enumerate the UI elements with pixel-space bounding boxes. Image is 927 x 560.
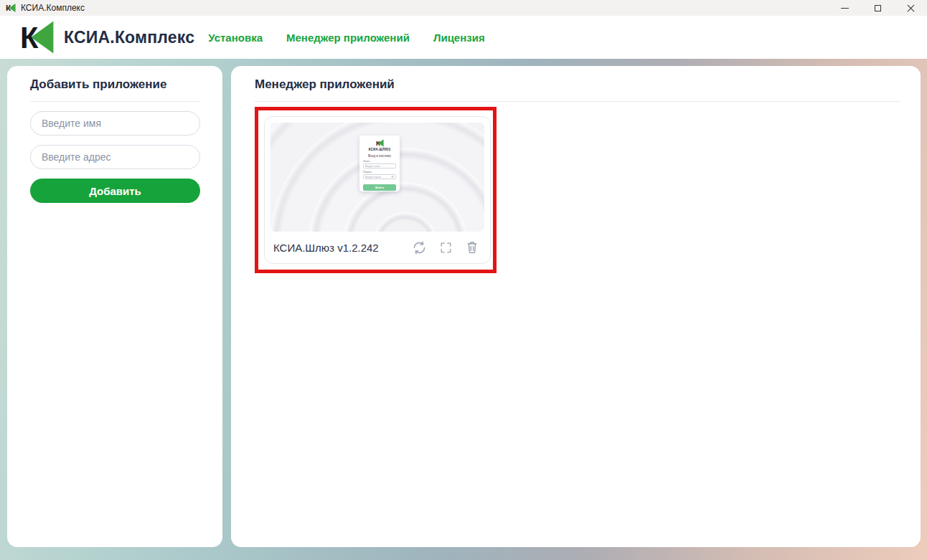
thumbnail-login-label: Логин: [363, 160, 370, 163]
svg-text:К: К: [6, 3, 11, 12]
refresh-button[interactable]: [411, 239, 427, 255]
app-window-icon: К: [6, 3, 16, 13]
sidebar-title: Добавить приложение: [30, 77, 207, 92]
expand-button[interactable]: [438, 239, 453, 255]
app-card-footer: КСИА.Шлюз v1.2.242: [270, 232, 484, 263]
add-button[interactable]: Добавить: [30, 179, 200, 203]
thumbnail-password-label: Пароль: [363, 171, 372, 174]
main-title: Менеджер приложений: [255, 77, 900, 92]
minimize-button[interactable]: [828, 0, 861, 16]
address-input[interactable]: [30, 145, 200, 169]
window-titlebar: К КСИА.Комплекс: [0, 0, 927, 16]
app-card[interactable]: К КСИА.ШЛЮЗ Вход в систему Логин Введите…: [264, 116, 491, 264]
nav-app-manager[interactable]: Менеджер приложений: [286, 32, 410, 44]
minimize-icon: [841, 8, 849, 9]
app-manager-panel: Менеджер приложений К КСИА.ШЛЮЗ Вход в с…: [231, 66, 921, 547]
sidebar-divider: [30, 101, 200, 102]
svg-text:К: К: [376, 139, 380, 147]
delete-icon: [465, 240, 479, 255]
thumbnail-login-button: Войти: [363, 184, 396, 191]
brand-logo-icon: К: [19, 20, 55, 54]
eye-icon: 👁: [391, 175, 394, 179]
main-nav: Установка Менеджер приложений Лицензия: [208, 32, 484, 44]
window-title: КСИА.Комплекс: [21, 3, 85, 13]
selection-highlight-rectangle: К КСИА.ШЛЮЗ Вход в систему Логин Введите…: [255, 107, 497, 273]
svg-text:К: К: [20, 21, 39, 54]
brand-name: КСИА.Комплекс: [64, 28, 194, 47]
nav-install[interactable]: Установка: [208, 32, 263, 44]
app-header: К КСИА.Комплекс Установка Менеджер прило…: [0, 16, 927, 59]
app-name: КСИА.Шлюз v1.2.242: [273, 242, 379, 254]
thumbnail-brand: КСИА.ШЛЮЗ: [369, 148, 391, 151]
delete-button[interactable]: [464, 239, 480, 255]
refresh-icon: [412, 240, 427, 255]
main-divider: [255, 101, 900, 102]
maximize-button[interactable]: [861, 0, 894, 16]
thumbnail-subtitle: Вход в систему: [368, 154, 391, 158]
name-input[interactable]: [30, 111, 200, 136]
thumbnail-login-form: К КСИА.ШЛЮЗ Вход в систему Логин Введите…: [359, 136, 400, 191]
app-thumbnail: К КСИА.ШЛЮЗ Вход в систему Логин Введите…: [270, 123, 484, 232]
thumbnail-login-field: Введите логин: [363, 163, 396, 169]
close-button[interactable]: [894, 0, 927, 16]
expand-icon: [439, 241, 453, 255]
thumbnail-password-field: Введите пароль 👁: [363, 174, 396, 179]
add-application-panel: Добавить приложение Добавить: [7, 66, 222, 547]
thumbnail-logo-icon: К: [376, 139, 384, 147]
close-icon: [907, 4, 915, 12]
app-card-actions: [411, 239, 480, 255]
maximize-icon: [875, 5, 881, 11]
content-area: Добавить приложение Добавить Менеджер пр…: [0, 59, 927, 560]
nav-license[interactable]: Лицензия: [433, 32, 485, 44]
